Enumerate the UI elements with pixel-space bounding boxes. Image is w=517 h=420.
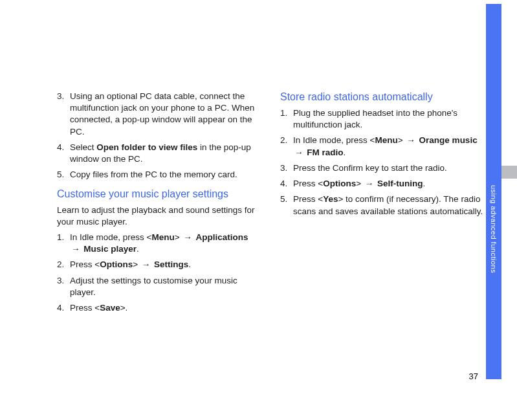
step-number: 1.: [280, 107, 293, 131]
side-tab-upper: [486, 4, 501, 166]
list-item: 3. Using an optional PC data cable, conn…: [57, 91, 261, 138]
step-text: Copy files from the PC to the memory car…: [70, 169, 261, 181]
list-item: 5. Press <Yes> to confirm (if necessary)…: [280, 193, 484, 217]
list-item: 4. Press <Save>.: [57, 302, 261, 314]
steps-list-r: 1. Plug the supplied headset into the ph…: [280, 107, 484, 217]
step-number: 4.: [57, 302, 70, 314]
step-number: 5.: [280, 193, 293, 217]
step-text: Press <Options> → Settings.: [70, 259, 261, 271]
list-item: 3. Press the Confirm key to start the ra…: [280, 162, 484, 174]
steps-list-b: 1. In Idle mode, press <Menu> → Applicat…: [57, 232, 261, 314]
arrow-icon: →: [182, 232, 193, 243]
step-text: Plug the supplied headset into the phone…: [293, 107, 484, 131]
step-text: Press <Options> → Self-tuning.: [293, 178, 484, 190]
list-item: 4. Select Open folder to view files in t…: [57, 142, 261, 165]
arrow-icon: →: [364, 178, 375, 190]
step-number: 3.: [57, 91, 70, 138]
list-item: 2. Press <Options> → Settings.: [57, 259, 261, 271]
step-text: Select Open folder to view files in the …: [70, 142, 261, 165]
right-column: Store radio stations automatically 1. Pl…: [280, 91, 484, 318]
step-number: 3.: [57, 275, 70, 298]
step-number: 2.: [280, 135, 293, 158]
left-column: 3. Using an optional PC data cable, conn…: [57, 91, 261, 318]
step-number: 4.: [57, 142, 70, 165]
step-number: 4.: [280, 178, 293, 190]
step-text: Press the Confirm key to start the radio…: [293, 162, 484, 174]
section-intro: Learn to adjust the playback and sound s…: [57, 204, 261, 228]
list-item: 1. In Idle mode, press <Menu> → Applicat…: [57, 232, 261, 255]
arrow-icon: →: [70, 243, 82, 255]
section-heading: Customise your music player settings: [57, 188, 261, 201]
side-tab-lower: using advanced functions: [486, 166, 501, 379]
content-area: 3. Using an optional PC data cable, conn…: [57, 91, 484, 318]
arrow-icon: →: [405, 135, 417, 146]
step-text: Press <Save>.: [70, 302, 261, 314]
list-item: 1. Plug the supplied headset into the ph…: [280, 107, 484, 131]
step-text: Adjust the settings to customise your mu…: [70, 275, 261, 298]
arrow-icon: →: [140, 259, 152, 271]
step-number: 1.: [57, 232, 70, 255]
section-label: using advanced functions: [490, 166, 498, 273]
step-text: Press <Yes> to confirm (if necessary). T…: [293, 193, 484, 217]
list-item: 3. Adjust the settings to customise your…: [57, 275, 261, 298]
section-heading: Store radio stations automatically: [280, 91, 484, 104]
step-text: In Idle mode, press <Menu> → Orange musi…: [293, 135, 484, 158]
steps-list-a: 3. Using an optional PC data cable, conn…: [57, 91, 261, 181]
step-number: 5.: [57, 169, 70, 181]
step-number: 3.: [280, 162, 293, 174]
step-text: Using an optional PC data cable, connect…: [70, 91, 261, 138]
list-item: 2. In Idle mode, press <Menu> → Orange m…: [280, 135, 484, 158]
step-number: 2.: [57, 259, 70, 271]
list-item: 4. Press <Options> → Self-tuning.: [280, 178, 484, 190]
page-number: 37: [469, 371, 478, 381]
list-item: 5. Copy files from the PC to the memory …: [57, 169, 261, 181]
step-text: In Idle mode, press <Menu> → Application…: [70, 232, 261, 255]
arrow-icon: →: [293, 147, 305, 159]
